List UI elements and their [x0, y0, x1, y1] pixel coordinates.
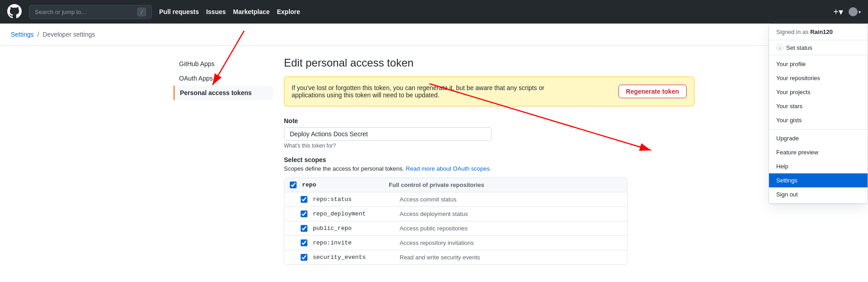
scope-row-repo-invite: repo:invite Access repository invitation…	[284, 236, 627, 250]
scope-row-repo-status: repo:status Access commit status	[284, 192, 627, 207]
scope-name-security-events: security_events	[313, 254, 394, 261]
search-placeholder: Search or jump to...	[35, 9, 86, 15]
plus-icon: +▾	[833, 6, 843, 17]
scope-name-repo-deployment: repo_deployment	[313, 210, 394, 217]
dropdown-help[interactable]: Help	[769, 159, 868, 173]
dropdown-your-repositories[interactable]: Your repositories	[769, 71, 868, 85]
scopes-table: repo Full control of private repositorie…	[284, 177, 627, 265]
signed-in-label: Signed in as	[776, 29, 809, 35]
github-logo[interactable]	[7, 4, 22, 20]
warning-box: If you've lost or forgotten this token, …	[284, 76, 694, 106]
scope-checkbox-public-repo[interactable]	[301, 225, 307, 232]
sidebar: GitHub Apps OAuth Apps Personal access t…	[174, 57, 273, 272]
set-status-item[interactable]: ☺ Set status	[769, 40, 868, 55]
dropdown-section-1: Your profile Your repositories Your proj…	[769, 55, 868, 129]
user-menu-button[interactable]: ▾	[849, 7, 861, 16]
dropdown-sign-out[interactable]: Sign out	[769, 187, 868, 201]
scopes-link[interactable]: Read more about OAuth scopes.	[406, 165, 491, 172]
scope-checkbox-security-events[interactable]	[301, 254, 307, 261]
note-form-group: Note What's this token for?	[284, 117, 694, 149]
search-shortcut: /	[137, 8, 146, 16]
scope-row-repo: repo Full control of private repositorie…	[284, 178, 627, 192]
main-content: Edit personal access token If you've los…	[284, 57, 694, 272]
dropdown-feature-preview[interactable]: Feature preview	[769, 145, 868, 159]
dropdown-header: Signed in as Rain120	[769, 24, 868, 40]
scopes-section: Select scopes Scopes define the access f…	[284, 156, 694, 265]
scopes-desc-text: Scopes define the access for personal to…	[284, 165, 404, 172]
scope-name-repo-status: repo:status	[313, 196, 394, 203]
create-new-button[interactable]: +▾	[831, 5, 845, 19]
sidebar-item-oauth-apps[interactable]: OAuth Apps	[174, 71, 273, 86]
set-status-label: Set status	[786, 44, 812, 51]
scope-checkbox-repo-status[interactable]	[301, 196, 307, 203]
page-title: Edit personal access token	[284, 57, 694, 69]
scope-desc-repo-deployment: Access deployment status	[400, 210, 468, 217]
scope-desc-repo-invite: Access repository invitations	[400, 239, 474, 246]
scope-desc-repo: Full control of private repositories	[389, 182, 484, 188]
dropdown-settings[interactable]: Settings	[769, 173, 868, 187]
user-dropdown: Signed in as Rain120 ☺ Set status Your p…	[769, 24, 868, 204]
avatar	[849, 7, 858, 16]
scope-name-public-repo: public_repo	[313, 225, 394, 232]
scope-checkbox-repo-invite[interactable]	[301, 239, 307, 246]
scope-desc-public-repo: Access public repositories	[400, 225, 467, 232]
navbar-right: +▾ ▾	[831, 5, 861, 19]
note-label: Note	[284, 117, 694, 124]
breadcrumb-separator: /	[37, 31, 39, 38]
breadcrumb-settings[interactable]: Settings	[11, 31, 34, 38]
scope-row-public-repo: public_repo Access public repositories	[284, 221, 627, 236]
scope-desc-security-events: Read and write security events	[400, 254, 480, 261]
dropdown-upgrade[interactable]: Upgrade	[769, 131, 868, 145]
breadcrumb: Settings / Developer settings	[0, 24, 868, 46]
dropdown-your-stars[interactable]: Your stars	[769, 99, 868, 113]
dropdown-your-projects[interactable]: Your projects	[769, 85, 868, 99]
navbar: Search or jump to... / Pull requests Iss…	[0, 0, 868, 24]
caret-icon: ▾	[859, 10, 861, 14]
nav-issues[interactable]: Issues	[206, 8, 226, 15]
status-icon: ☺	[776, 44, 783, 51]
search-bar[interactable]: Search or jump to... /	[29, 5, 152, 19]
note-input[interactable]	[284, 127, 492, 141]
scope-checkbox-repo[interactable]	[290, 182, 297, 188]
scopes-desc: Scopes define the access for personal to…	[284, 165, 694, 172]
nav-explore[interactable]: Explore	[277, 8, 300, 15]
page-layout: GitHub Apps OAuth Apps Personal access t…	[163, 46, 705, 282]
nav-marketplace[interactable]: Marketplace	[233, 8, 270, 15]
nav-pull-requests[interactable]: Pull requests	[159, 8, 199, 15]
sidebar-item-personal-access-tokens[interactable]: Personal access tokens	[174, 86, 273, 100]
scope-row-repo-deployment: repo_deployment Access deployment status	[284, 207, 627, 221]
dropdown-your-profile[interactable]: Your profile	[769, 57, 868, 71]
scope-row-security-events: security_events Read and write security …	[284, 250, 627, 264]
navbar-links: Pull requests Issues Marketplace Explore	[159, 8, 300, 15]
scope-desc-repo-status: Access commit status	[400, 196, 457, 203]
regenerate-token-button[interactable]: Regenerate token	[618, 85, 687, 98]
warning-text: If you've lost or forgotten this token, …	[292, 84, 568, 99]
breadcrumb-current: Developer settings	[42, 31, 95, 38]
note-hint: What's this token for?	[284, 143, 694, 149]
scopes-title: Select scopes	[284, 156, 694, 163]
dropdown-section-2: Upgrade Feature preview Help Settings Si…	[769, 129, 868, 204]
dropdown-your-gists[interactable]: Your gists	[769, 113, 868, 127]
scope-name-repo: repo	[302, 182, 383, 188]
dropdown-username: Rain120	[810, 29, 833, 35]
sidebar-item-github-apps[interactable]: GitHub Apps	[174, 57, 273, 71]
scope-checkbox-repo-deployment[interactable]	[301, 210, 307, 217]
scope-name-repo-invite: repo:invite	[313, 239, 394, 246]
